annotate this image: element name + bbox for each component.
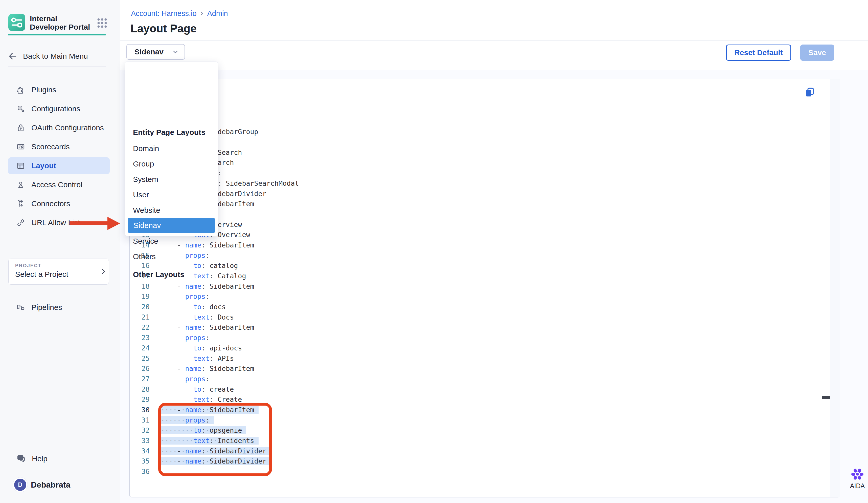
help-label: Help — [32, 454, 48, 463]
menu-item-group[interactable]: Group — [125, 157, 218, 171]
line-number: 27 — [129, 374, 149, 384]
divider — [120, 40, 868, 41]
line-number: 24 — [129, 343, 149, 353]
chevron-down-icon — [172, 48, 179, 56]
sidebar-item-pipelines[interactable]: Pipelines — [8, 299, 110, 316]
line-number: 30 — [129, 405, 149, 415]
divider — [8, 444, 106, 444]
line-number: 29 — [129, 394, 149, 405]
puzzle-icon — [16, 85, 25, 94]
project-value: Select a Project — [15, 270, 68, 279]
sidebar-item-oauth-configurations[interactable]: OAuth Configurations — [8, 119, 110, 137]
menu-item-website[interactable]: Website — [125, 203, 218, 218]
arrow-left-icon — [8, 51, 18, 61]
line-number: 34 — [129, 446, 149, 456]
lock-icon — [16, 123, 25, 132]
person-icon — [16, 180, 25, 189]
sidebar-item-label: Scorecards — [31, 142, 70, 151]
menu-group-header: Entity Page Layouts — [133, 128, 206, 137]
chevron-right-icon — [100, 267, 107, 276]
code-line[interactable]: - name: SidebarItem — [161, 322, 299, 333]
sidebar-item-label: Access Control — [31, 180, 82, 189]
divider — [8, 66, 106, 67]
code-line[interactable]: to: docs — [161, 302, 299, 312]
sidebar-item-label: OAuth Configurations — [31, 123, 104, 132]
breadcrumb-admin-link[interactable]: Admin — [207, 9, 228, 18]
editor-scrollbar[interactable] — [830, 79, 840, 497]
line-number: 35 — [129, 456, 149, 466]
line-number: 22 — [129, 322, 149, 333]
code-line[interactable]: - name: SidebarItem — [161, 281, 299, 292]
menu-item-system[interactable]: System — [125, 172, 218, 187]
layout-select-value: Sidenav — [134, 48, 164, 56]
line-number: 25 — [129, 353, 149, 364]
code-line[interactable]: to: create — [161, 384, 299, 395]
menu-item-domain[interactable]: Domain — [125, 141, 218, 156]
back-label: Back to Main Menu — [23, 52, 88, 60]
layout-select-dropdown[interactable]: Sidenav — [126, 44, 185, 60]
help-chat-icon: ? — [16, 454, 26, 464]
line-number: 26 — [129, 364, 149, 374]
project-selector[interactable]: PROJECT Select a Project — [8, 259, 109, 285]
menu-divider — [131, 203, 212, 203]
avatar: D — [14, 479, 26, 491]
line-number: 19 — [129, 291, 149, 302]
app-grid-icon[interactable] — [97, 18, 107, 28]
line-number: 33 — [129, 436, 149, 446]
user-menu[interactable]: D Debabrata — [14, 479, 71, 491]
app-title: Internal Developer Portal — [30, 14, 93, 31]
menu-item-sidenav[interactable]: Sidenav — [128, 218, 215, 233]
line-number: 23 — [129, 333, 149, 343]
aida-button[interactable]: AIDA — [847, 467, 868, 490]
chevron-right-icon: › — [201, 9, 203, 17]
code-line[interactable]: to: api-docs — [161, 343, 299, 353]
project-label: PROJECT — [15, 263, 41, 269]
menu-group-header: Other Layouts — [133, 270, 184, 279]
code-line[interactable]: text: Docs — [161, 312, 299, 323]
sidebar-item-access-control[interactable]: Access Control — [8, 176, 110, 193]
breadcrumb: Account: Harness.io › Admin — [131, 9, 228, 18]
code-line[interactable]: props: — [161, 333, 299, 343]
connectors-icon — [16, 199, 25, 208]
sidebar-item-label: Configurations — [31, 104, 80, 113]
sidebar-item-plugins[interactable]: Plugins — [8, 81, 110, 99]
link-icon — [16, 218, 25, 227]
sidebar-item-help[interactable]: ? Help — [8, 450, 110, 467]
gears-icon — [16, 104, 25, 113]
screen: Internal Developer Portal Back to Main M… — [0, 0, 868, 503]
page-title: Layout Page — [131, 22, 197, 35]
svg-text:?: ? — [20, 456, 21, 460]
back-to-main-menu[interactable]: Back to Main Menu — [8, 50, 106, 63]
menu-item-others[interactable]: Others — [125, 249, 218, 264]
annotation-arrow — [70, 221, 108, 225]
save-button[interactable]: Save — [800, 44, 834, 61]
code-line[interactable]: - name: SidebarItem — [161, 364, 299, 374]
menu-item-service[interactable]: Service — [125, 234, 218, 249]
breadcrumb-account-link[interactable]: Account: Harness.io — [131, 9, 197, 18]
code-line[interactable]: text: APIs — [161, 353, 299, 364]
sidebar-item-label: Connectors — [31, 199, 70, 208]
line-number: 18 — [129, 281, 149, 292]
copy-icon[interactable] — [804, 87, 816, 98]
line-number: 31 — [129, 415, 149, 425]
layout-icon — [16, 161, 25, 170]
aida-label: AIDA — [847, 482, 868, 490]
code-line[interactable]: props: — [161, 291, 299, 302]
layout-select-menu: Entity Page Layouts Domain Group System … — [125, 61, 218, 236]
sidebar-item-label: Plugins — [31, 85, 56, 94]
sidebar-item-layout[interactable]: Layout — [8, 157, 110, 174]
reset-default-button[interactable]: Reset Default — [726, 44, 791, 61]
brand-underline — [8, 34, 106, 36]
sidebar-item-connectors[interactable]: Connectors — [8, 195, 110, 212]
code-line[interactable]: props: — [161, 374, 299, 384]
pipelines-icon — [16, 303, 25, 312]
line-number: 28 — [129, 384, 149, 395]
sidebar-item-label: Layout — [31, 161, 56, 170]
annotation-highlight-box — [158, 403, 272, 476]
sidebar-item-scorecards[interactable]: Scorecards — [8, 138, 110, 155]
sidebar-item-configurations[interactable]: Configurations — [8, 100, 110, 118]
menu-item-user[interactable]: User — [125, 188, 218, 202]
editor-scroll-marker — [822, 396, 830, 399]
app-logo-icon — [8, 14, 25, 31]
sidebar-item-label: Pipelines — [31, 303, 62, 312]
